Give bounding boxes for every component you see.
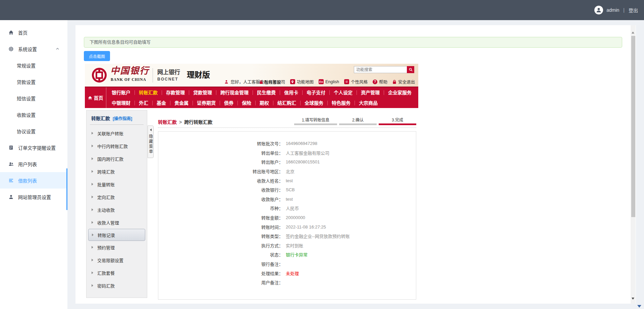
nav-item[interactable]: 证券期货 bbox=[193, 101, 220, 105]
nav-item[interactable]: 全球服务 bbox=[301, 101, 328, 105]
nav-item[interactable]: 期权 bbox=[256, 101, 273, 105]
submenu-item[interactable]: 关联账户转账 bbox=[87, 127, 147, 140]
nav-item[interactable]: 跨行现金管理 bbox=[216, 90, 253, 95]
nav-item[interactable]: 贷款管理 bbox=[189, 90, 216, 95]
submenu-item[interactable]: 中行内转账汇款 bbox=[87, 140, 147, 152]
sidebar-item-borrow-list[interactable]: 借款列表 bbox=[0, 172, 67, 189]
sidebar-item-general-settings[interactable]: 常规设置 bbox=[0, 57, 67, 73]
window-scroll-down-arrow[interactable] bbox=[637, 305, 641, 308]
bank-page: 中国银行 BANK OF CHINA 网上银行 BOCNET 理财版 您好，人工… bbox=[85, 64, 418, 302]
content-card: 下图所有信息条目均可自助填写 点击截图 中国银行 BANK OF CHINA 网… bbox=[75, 25, 636, 304]
style-link[interactable]: 个性风格 bbox=[344, 79, 368, 85]
scrollbar-thumb[interactable] bbox=[631, 36, 635, 217]
nav-item[interactable]: 资产管理 bbox=[357, 90, 384, 95]
nav-item[interactable]: 电子支付 bbox=[303, 90, 330, 95]
submenu-item[interactable]: 批量转账 bbox=[87, 178, 147, 191]
secure-logout-link[interactable]: 安全退出 bbox=[392, 79, 415, 85]
sidebar-item-home[interactable]: 首页 bbox=[0, 24, 67, 41]
submenu-item[interactable]: 汇款套餐 bbox=[87, 266, 147, 279]
nav-item[interactable]: 存款管理 bbox=[162, 90, 189, 95]
avatar bbox=[594, 6, 603, 14]
detail-value: 1649606947298 bbox=[286, 141, 317, 146]
detail-label: 转出单位： bbox=[158, 150, 283, 156]
hide-menu-tab[interactable]: 隐藏菜单 bbox=[148, 125, 154, 158]
step-label: 2.确认 bbox=[352, 118, 364, 122]
nav-item[interactable]: 中银理财 bbox=[108, 101, 135, 105]
nav-item[interactable]: 大宗商品 bbox=[355, 101, 382, 105]
screenshot-button[interactable]: 点击截图 bbox=[84, 51, 110, 61]
sidebar-item-loan-settings[interactable]: 贷款设置 bbox=[0, 73, 67, 90]
sidebar-item-collection-settings[interactable]: 收款设置 bbox=[0, 106, 67, 123]
progress-steps: 1.填写转账信息 2.确认 3.完成 bbox=[294, 117, 416, 125]
bank-nav-rows: 银行账户 转账汇款 存款管理 贷款管理 跨行现金管理 民生缴费 信用卡 电子支付… bbox=[106, 87, 418, 108]
nav-item[interactable]: 贵金属 bbox=[170, 101, 193, 105]
detail-value: test bbox=[286, 178, 293, 183]
nav-item-active[interactable]: 转账汇款 bbox=[135, 90, 162, 95]
sidebar-item-label: 系统设置 bbox=[18, 46, 37, 52]
scroll-up-arrow[interactable] bbox=[632, 32, 634, 34]
sidebar-item-sms-settings[interactable]: 短信设置 bbox=[0, 90, 67, 106]
sidebar-item-order-text-reminder[interactable]: 订单文字提醒设置 bbox=[0, 139, 67, 156]
nav-item[interactable]: 银行账户 bbox=[108, 90, 135, 95]
bank-header: 中国银行 BANK OF CHINA 网上银行 BOCNET 理财版 您好，人工… bbox=[85, 64, 418, 87]
bank-body: 转账汇款 [操作指南] 关联账户转账 中行内转账汇款 国内跨行汇款 跨境汇款 批… bbox=[85, 108, 418, 302]
nav-item[interactable]: 企业家服务 bbox=[384, 90, 416, 95]
caret-right-icon bbox=[92, 221, 93, 224]
help-link[interactable]: ? 帮助 bbox=[373, 79, 387, 85]
nav-item[interactable]: 外汇 bbox=[135, 101, 153, 105]
caret-right-icon bbox=[92, 284, 93, 287]
submenu-item[interactable]: 收款人管理 bbox=[87, 216, 147, 229]
nav-item[interactable]: 保险 bbox=[238, 101, 256, 105]
greeting: 您好，人工客服金融有限公司 在线客服 bbox=[224, 79, 285, 85]
detail-row: 收款银行：SCB bbox=[158, 185, 416, 195]
function-map-link[interactable]: 功能地图 bbox=[290, 79, 314, 85]
sidebar-item-label: 用户列表 bbox=[18, 161, 37, 167]
detail-value: 人民币 bbox=[286, 205, 299, 211]
card-scrollbar[interactable] bbox=[631, 25, 636, 304]
nav-item[interactable]: 个人设定 bbox=[330, 90, 357, 95]
submenu-item[interactable]: 定向汇款 bbox=[87, 191, 147, 203]
nav-item[interactable]: 基金 bbox=[153, 101, 170, 105]
gear-icon bbox=[8, 46, 14, 52]
sidebar-item-system-settings[interactable]: 系统设置 bbox=[0, 41, 67, 57]
submenu-item[interactable]: 国内跨行汇款 bbox=[87, 152, 147, 165]
submenu-item[interactable]: 主动收款 bbox=[87, 203, 147, 216]
logout-link[interactable]: 登出 bbox=[629, 7, 638, 13]
online-service-overlay[interactable]: 在线客服 bbox=[259, 79, 281, 85]
boc-logo-icon bbox=[92, 67, 107, 83]
nav-item[interactable]: 民生缴费 bbox=[253, 90, 280, 95]
document-icon bbox=[8, 145, 14, 150]
submenu-item-selected[interactable]: 转账记录 bbox=[88, 229, 145, 241]
submenu-item-label: 中行内转账汇款 bbox=[97, 143, 128, 149]
lock-icon bbox=[259, 80, 263, 84]
transfer-detail-box: 转账批次号：1649606947298 转出单位：人工客服金融有限公司 转出账户… bbox=[158, 131, 416, 300]
language-link[interactable]: En English bbox=[319, 79, 339, 84]
operation-guide-link[interactable]: [操作指南] bbox=[113, 116, 132, 121]
sidebar-item-site-admin-settings[interactable]: 网站管理员设置 bbox=[0, 189, 67, 205]
product-name-en: BOCNET bbox=[157, 77, 178, 82]
account-area[interactable]: admin | 登出 bbox=[594, 6, 638, 14]
home-icon bbox=[8, 30, 14, 35]
online-service-label: 在线客服 bbox=[264, 79, 281, 85]
nav-item[interactable]: 特色服务 bbox=[328, 101, 355, 105]
submenu-item[interactable]: 预约管理 bbox=[87, 241, 147, 254]
submenu-item-label: 密码汇款 bbox=[97, 282, 115, 289]
submenu-item-label: 预约管理 bbox=[97, 244, 115, 251]
submenu-item[interactable]: 跨境汇款 bbox=[87, 165, 147, 178]
breadcrumb-section[interactable]: 转账汇款 bbox=[158, 119, 177, 125]
submenu-item[interactable]: 交易限额设置 bbox=[87, 254, 147, 266]
detail-row: 转账批次号：1649606947298 bbox=[158, 139, 416, 148]
nav-item[interactable]: 债券 bbox=[220, 101, 238, 105]
submenu-item[interactable]: 密码汇款 bbox=[87, 279, 147, 292]
search-button[interactable] bbox=[407, 66, 414, 73]
search-input[interactable] bbox=[354, 66, 407, 73]
sidebar-item-agreement-settings[interactable]: 协议设置 bbox=[0, 123, 67, 139]
nav-item[interactable]: 结汇购汇 bbox=[273, 101, 301, 105]
caret-right-icon bbox=[92, 234, 94, 236]
sidebar-item-user-list[interactable]: 用户列表 bbox=[0, 156, 67, 172]
nav-item[interactable]: 信用卡 bbox=[280, 90, 303, 95]
step-1: 1.填写转账信息 bbox=[294, 117, 337, 125]
scroll-down-arrow[interactable] bbox=[632, 298, 634, 300]
detail-label: 状态： bbox=[158, 251, 283, 258]
bank-nav-home[interactable]: 首页 bbox=[85, 87, 106, 108]
